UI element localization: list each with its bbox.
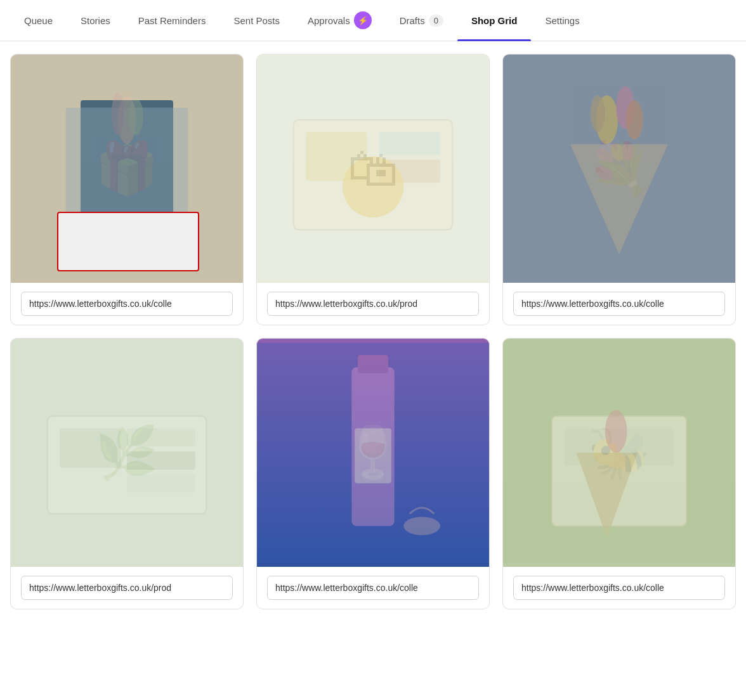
navigation-bar: Queue Stories Past Reminders Sent Posts … <box>0 0 746 41</box>
nav-item-stories[interactable]: Stories <box>67 0 124 41</box>
nav-item-queue[interactable]: Queue <box>10 0 67 41</box>
svg-point-3 <box>112 93 124 135</box>
nav-label-drafts: Drafts <box>400 15 425 26</box>
svg-point-14 <box>591 95 605 132</box>
nav-item-shop-grid[interactable]: Shop Grid <box>457 0 532 41</box>
card-url-area-5 <box>257 567 489 609</box>
nav-label-stories: Stories <box>81 15 110 26</box>
svg-rect-19 <box>127 428 195 446</box>
url-input-5[interactable] <box>267 576 479 600</box>
nav-label-sent-posts: Sent Posts <box>233 15 280 26</box>
shop-grid-card-3: 💐 <box>502 54 736 325</box>
card-url-area-4 <box>11 567 243 609</box>
url-input-2[interactable] <box>267 292 479 316</box>
product-image-2: 🛍 <box>257 55 489 283</box>
url-input-3[interactable] <box>513 292 725 316</box>
grid-row-2: 🌿 🍷 <box>10 338 736 609</box>
nav-label-approvals: Approvals <box>308 15 350 26</box>
card-url-area-2 <box>257 283 489 325</box>
svg-rect-27 <box>355 428 391 483</box>
card-url-area-1 <box>11 283 243 325</box>
svg-rect-21 <box>127 474 195 493</box>
shop-grid-container: 🎁 🛍 <box>0 41 746 622</box>
shop-grid-card-2: 🛍 <box>256 54 490 325</box>
svg-rect-20 <box>127 451 195 470</box>
url-input-1[interactable] <box>21 292 233 316</box>
nav-item-settings[interactable]: Settings <box>531 0 593 41</box>
svg-rect-1 <box>78 236 176 266</box>
nav-item-past-reminders[interactable]: Past Reminders <box>124 0 220 41</box>
url-input-4[interactable] <box>21 576 233 600</box>
nav-item-drafts[interactable]: Drafts 0 <box>386 0 457 41</box>
svg-point-28 <box>403 517 440 535</box>
svg-marker-11 <box>570 144 668 254</box>
product-image-3: 💐 <box>503 55 735 283</box>
svg-rect-26 <box>358 355 388 373</box>
shop-grid-card-4: 🌿 <box>10 338 244 609</box>
svg-rect-18 <box>60 428 121 468</box>
nav-label-past-reminders: Past Reminders <box>138 15 206 26</box>
shop-grid-card-6: 🐝 <box>502 338 736 609</box>
svg-point-9 <box>343 157 403 217</box>
nav-label-shop-grid: Shop Grid <box>471 15 518 26</box>
card-url-area-3 <box>503 283 735 325</box>
grid-row-1: 🎁 🛍 <box>10 54 736 325</box>
lightning-icon: ⚡ <box>354 11 372 29</box>
product-image-1: 🎁 <box>11 55 243 283</box>
nav-label-queue: Queue <box>24 15 53 26</box>
svg-rect-7 <box>379 132 440 155</box>
svg-point-4 <box>129 98 143 135</box>
drafts-count: 0 <box>429 15 443 27</box>
nav-item-sent-posts[interactable]: Sent Posts <box>219 0 294 41</box>
product-image-4: 🌿 <box>11 339 243 567</box>
shop-grid-card-1: 🎁 <box>10 54 244 325</box>
url-input-6[interactable] <box>513 576 725 600</box>
nav-label-settings: Settings <box>545 15 579 26</box>
card-url-area-6 <box>503 567 735 609</box>
nav-item-approvals[interactable]: Approvals ⚡ <box>294 0 386 41</box>
svg-point-15 <box>626 100 643 139</box>
svg-point-34 <box>605 410 627 453</box>
product-image-5: 🍷 <box>257 339 489 567</box>
product-image-6: 🐝 <box>503 339 735 567</box>
shop-grid-card-5: 🍷 <box>256 338 490 609</box>
